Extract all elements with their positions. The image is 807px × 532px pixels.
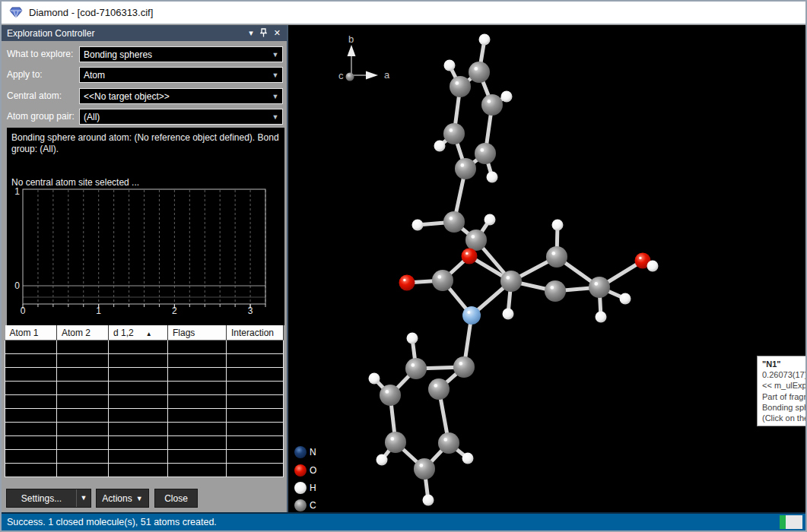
atom-H[interactable]	[620, 293, 631, 305]
table-row[interactable]	[5, 382, 284, 395]
atom-H[interactable]	[434, 141, 446, 152]
atom-H[interactable]	[444, 60, 456, 71]
table-cell	[57, 450, 109, 464]
atom-C[interactable]	[428, 378, 450, 400]
central-atom-value: <<No target object>>	[80, 91, 268, 102]
column-header-flags[interactable]: Flags	[168, 325, 227, 340]
atom-C[interactable]	[546, 246, 567, 268]
atom-H[interactable]	[501, 91, 513, 103]
table-cell	[109, 423, 168, 436]
structure-viewport[interactable]: bacNOHC "N1" 0.26073(17), 0.19146(9), 0.…	[287, 25, 805, 512]
svg-label: 3	[248, 306, 253, 316]
atom-group-pair-select[interactable]: (All) ▼	[79, 109, 283, 125]
axis-a-arrowhead	[366, 71, 378, 80]
atom-H[interactable]	[369, 373, 380, 385]
atom-C[interactable]	[481, 94, 503, 116]
atom-O[interactable]	[462, 249, 478, 264]
what-to-explore-select[interactable]: Bonding spheres ▼	[79, 46, 283, 62]
atom-C[interactable]	[414, 458, 435, 480]
column-header-interaction[interactable]: Interaction	[227, 325, 284, 340]
table-cell	[5, 450, 57, 464]
tooltip-bonding-sphere-info: Bonding sphere: C.N.=3 [C3] (complete)	[762, 402, 807, 413]
atom-O[interactable]	[399, 275, 415, 291]
table-cell	[109, 450, 168, 464]
column-header-d12[interactable]: d 1,2▲	[109, 325, 168, 340]
chevron-down-icon[interactable]: ▼	[268, 113, 282, 121]
close-button[interactable]: Close	[154, 489, 198, 508]
table-row[interactable]	[5, 354, 284, 368]
atom-C[interactable]	[443, 211, 465, 233]
atom-C[interactable]	[465, 230, 487, 251]
atom-H[interactable]	[552, 220, 564, 231]
table-cell	[168, 368, 227, 382]
settings-dropdown-chevron-icon[interactable]: ▼	[76, 489, 91, 507]
table-row[interactable]	[5, 340, 284, 354]
table-cell	[5, 423, 57, 436]
atom-C[interactable]	[545, 280, 566, 302]
atom-H[interactable]	[462, 453, 474, 464]
atom-H[interactable]	[479, 34, 491, 46]
status-bar: Success. 1 closed molecule(s), 51 atoms …	[2, 514, 805, 530]
atom-C[interactable]	[443, 123, 465, 144]
table-cell	[227, 382, 284, 395]
atom-H[interactable]	[503, 309, 514, 320]
atom-H[interactable]	[423, 495, 434, 506]
table-row[interactable]	[5, 368, 284, 382]
specular-highlight	[443, 438, 447, 442]
table-row[interactable]	[5, 423, 284, 436]
atom-C[interactable]	[432, 270, 453, 291]
central-atom-select[interactable]: <<No target object>> ▼	[79, 88, 283, 104]
specular-highlight	[419, 464, 423, 467]
chevron-down-icon[interactable]: ▼	[268, 93, 282, 100]
bond-list-table[interactable]: Atom 1 Atom 2 d 1,2▲ Flags Interaction	[5, 325, 284, 477]
atom-C[interactable]	[380, 385, 401, 406]
atom-C[interactable]	[500, 271, 522, 292]
atom-C[interactable]	[405, 358, 427, 379]
table-cell	[57, 436, 109, 450]
column-header-atom2[interactable]: Atom 2	[57, 325, 109, 340]
atom-C[interactable]	[453, 356, 475, 378]
atom-H[interactable]	[647, 261, 659, 272]
atom-C[interactable]	[450, 76, 471, 97]
atom-C[interactable]	[589, 277, 610, 298]
specular-highlight	[449, 128, 453, 132]
panel-menu-chevron-icon[interactable]: ▾	[249, 29, 253, 37]
apply-to-select[interactable]: Atom ▼	[79, 67, 283, 83]
svg-label: c	[338, 70, 344, 81]
table-row[interactable]	[5, 409, 284, 423]
specular-highlight	[455, 81, 459, 85]
atom-H[interactable]	[487, 172, 498, 183]
atom-C[interactable]	[455, 158, 476, 179]
close-icon[interactable]: ✕	[274, 29, 281, 37]
table-cell	[5, 340, 57, 354]
panel-header[interactable]: Exploration Controller ▾ ✕	[2, 25, 287, 41]
table-row[interactable]	[5, 450, 284, 464]
table-row[interactable]	[5, 395, 284, 409]
atom-H[interactable]	[412, 220, 424, 231]
atom-group-pair-label: Atom group pair:	[7, 109, 75, 125]
chevron-down-icon[interactable]: ▼	[268, 71, 282, 79]
atom-C[interactable]	[385, 432, 406, 453]
specular-highlight	[459, 362, 462, 366]
table-cell	[109, 368, 168, 382]
tooltip-explore-flags: << m_ulExploreFlags = 00000000 >>	[762, 380, 807, 391]
pin-icon[interactable]	[260, 28, 267, 39]
specular-highlight	[474, 67, 478, 71]
atom-H[interactable]	[596, 312, 607, 323]
atom-H[interactable]	[485, 214, 496, 226]
specular-highlight	[551, 252, 555, 255]
table-cell	[168, 423, 227, 436]
atom-H[interactable]	[376, 454, 388, 466]
structure-scene[interactable]: bacNOHC	[288, 25, 805, 512]
atom-C[interactable]	[438, 432, 459, 454]
atom-C[interactable]	[475, 143, 496, 164]
actions-button[interactable]: Actions ▼	[96, 489, 149, 508]
table-row[interactable]	[5, 464, 284, 477]
atom-H[interactable]	[407, 333, 418, 344]
settings-button[interactable]: Settings... ▼	[6, 489, 91, 508]
atom-N1-selected[interactable]	[462, 306, 481, 325]
chevron-down-icon[interactable]: ▼	[268, 51, 282, 59]
column-header-atom1[interactable]: Atom 1	[5, 325, 57, 340]
table-row[interactable]	[5, 436, 284, 450]
atom-C[interactable]	[469, 62, 490, 83]
